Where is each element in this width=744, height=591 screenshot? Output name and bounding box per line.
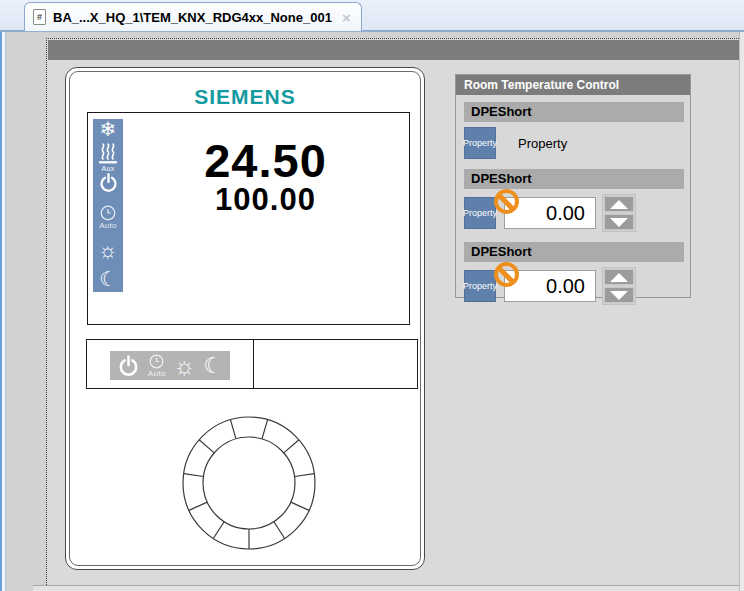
up-arrow-icon (610, 273, 628, 282)
moon-icon: ☾ (203, 355, 223, 377)
panel-title: Room Temperature Control (456, 75, 690, 95)
spin-up-button[interactable] (604, 196, 634, 212)
thermostat-display: ❄ Aux Auto (87, 112, 410, 325)
property-button[interactable]: Property (464, 197, 496, 229)
sun-icon: ☼ (173, 354, 195, 378)
down-arrow-icon (610, 218, 628, 227)
thermostat-widget[interactable]: SIEMENS ❄ Aux (65, 67, 425, 570)
mode-icon-strip: ❄ Aux Auto (93, 119, 123, 292)
tab-close-icon[interactable]: × (342, 10, 351, 25)
spin-down-button[interactable] (604, 287, 634, 303)
panel-title-bar (48, 40, 739, 60)
moon-icon: ☾ (99, 269, 117, 290)
clock-icon (100, 205, 116, 221)
no-entry-icon (494, 189, 519, 214)
auto-label: Auto (99, 222, 117, 230)
spinner-control (602, 194, 636, 232)
no-entry-icon (494, 262, 519, 287)
temperature-value: 24.50 (126, 137, 405, 184)
value-row: Property (464, 194, 684, 232)
editor-tab[interactable]: # BA_...X_HQ_1\TEM_KNX_RDG4xx_None_001 × (24, 2, 362, 31)
value-row: Property (464, 267, 684, 305)
property-label: Property (518, 136, 567, 151)
siemens-logo: SIEMENS (66, 85, 424, 109)
secondary-value: 100.00 (126, 184, 405, 217)
thermostat-button-bar: Auto ☼ ☾ (86, 339, 418, 389)
aux-label: Aux (102, 165, 115, 172)
canvas-left-edge (0, 32, 6, 591)
spinner-control (602, 267, 636, 305)
button-bar-divider (253, 340, 254, 388)
dpeshort-section-header: DPEShort (464, 242, 684, 262)
dpeshort-section-header: DPEShort (464, 169, 684, 189)
snowflake-icon: ❄ (100, 119, 117, 140)
canvas-bottom-edge (33, 585, 739, 591)
power-icon (98, 172, 119, 193)
power-icon (117, 354, 140, 377)
clock-icon (149, 354, 164, 369)
up-arrow-icon (610, 200, 628, 209)
property-button[interactable]: Property (464, 270, 496, 302)
mode-button-panel[interactable]: Auto ☼ ☾ (110, 351, 230, 380)
dpeshort-section-header: DPEShort (464, 102, 684, 122)
heating-icon (97, 143, 119, 164)
spin-up-button[interactable] (604, 269, 634, 285)
spin-down-button[interactable] (604, 214, 634, 230)
canvas-right-edge (739, 32, 744, 591)
down-arrow-icon (610, 291, 628, 300)
tab-title: BA_...X_HQ_1\TEM_KNX_RDG4xx_None_001 (53, 10, 332, 25)
rotary-dial[interactable] (174, 408, 324, 558)
tab-bar: # BA_...X_HQ_1\TEM_KNX_RDG4xx_None_001 × (0, 0, 744, 31)
property-row: Property Property (464, 127, 684, 159)
auto-label: Auto (148, 370, 166, 378)
room-temperature-control-panel: Room Temperature Control DPEShort Proper… (455, 74, 691, 298)
panel-document-icon: # (33, 9, 46, 25)
editor-canvas[interactable]: SIEMENS ❄ Aux (0, 31, 744, 591)
sun-icon: ☼ (98, 239, 118, 262)
property-button[interactable]: Property (464, 127, 496, 159)
